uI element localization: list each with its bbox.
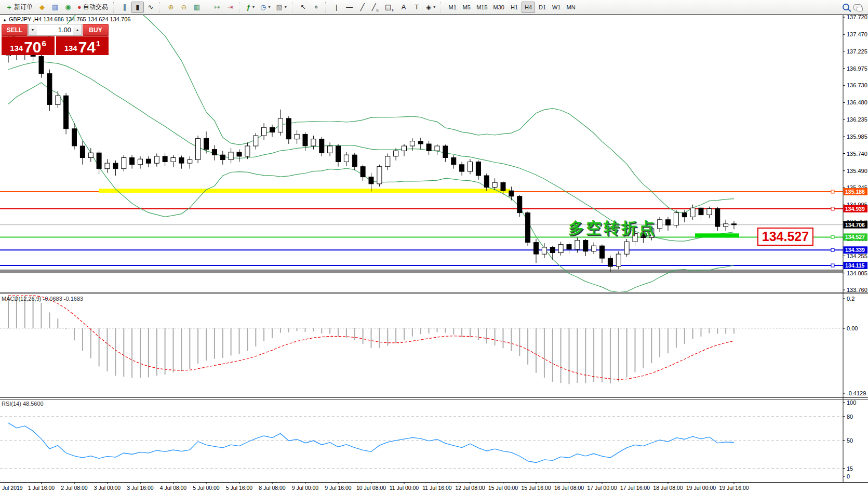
search-icon[interactable] — [843, 4, 849, 10]
market-watch-icon: ◆ — [39, 4, 45, 10]
svg-text:134.527: 134.527 — [845, 234, 865, 240]
arrows-button[interactable]: ◈▾ — [423, 2, 438, 13]
timeframe-m1-button[interactable]: M1 — [446, 2, 459, 13]
toolbar-separator — [440, 2, 443, 12]
timeframe-h1-button[interactable]: H1 — [508, 2, 521, 13]
svg-text:19 Jul 16:00: 19 Jul 16:00 — [719, 485, 749, 491]
vertical-line-button[interactable]: | — [330, 2, 343, 13]
templates-button[interactable]: ▧▾ — [273, 2, 289, 13]
svg-text:12 Jul 08:00: 12 Jul 08:00 — [455, 485, 485, 491]
tile-windows-button[interactable]: ▦ — [191, 2, 203, 13]
svg-text:Jul 2019: Jul 2019 — [2, 485, 23, 491]
volume-down-button[interactable]: ▼ — [29, 24, 37, 35]
horizontal-line-button[interactable]: — — [343, 2, 356, 13]
candlestick-icon: ▮ — [136, 4, 139, 10]
svg-text:5 Jul 00:00: 5 Jul 00:00 — [193, 485, 220, 491]
volume-input[interactable] — [37, 24, 73, 35]
sell-price-display[interactable]: 134706 — [2, 36, 55, 55]
svg-text:135.490: 135.490 — [847, 168, 867, 174]
svg-text:15 Jul 16:00: 15 Jul 16:00 — [521, 485, 551, 491]
svg-text:135.186: 135.186 — [845, 189, 865, 195]
crosshair-button[interactable]: ⌖ — [310, 2, 323, 13]
svg-text:5 Jul 16:00: 5 Jul 16:00 — [226, 485, 253, 491]
chat-icon[interactable] — [853, 4, 862, 10]
ohlc-text: GBPJPY-,H4 134.686 134.765 134.624 134.7… — [9, 16, 130, 22]
timeframe-m15-button[interactable]: M15 — [474, 2, 490, 13]
zoom-out-button[interactable]: ⊖ — [178, 2, 190, 13]
svg-text:136.235: 136.235 — [847, 116, 867, 123]
trendline-icon: ╱ — [360, 4, 365, 10]
svg-text:9 Jul 16:00: 9 Jul 16:00 — [325, 485, 352, 491]
candlestick-button[interactable]: ▮ — [131, 2, 144, 13]
text-label-button[interactable]: T — [410, 2, 423, 13]
timeframe-m5-button[interactable]: M5 — [460, 2, 473, 13]
chart-shift-button[interactable]: ⇥ — [224, 2, 236, 13]
svg-text:0.00: 0.00 — [847, 325, 858, 331]
svg-text:16 Jul 08:00: 16 Jul 08:00 — [554, 485, 584, 491]
toolbar-separator — [325, 2, 328, 12]
sell-price-prefix: 134 — [10, 44, 23, 52]
svg-text:18 Jul 08:00: 18 Jul 08:00 — [653, 485, 683, 491]
market-watch-button[interactable]: ◆ — [36, 2, 48, 13]
fibonacci-icon: ▤ — [385, 4, 391, 10]
turning-point-annotation[interactable]: 多空转折点 — [568, 218, 657, 239]
buy-button[interactable]: BUY — [83, 24, 109, 36]
text-button[interactable]: A — [397, 2, 410, 13]
line-chart-button[interactable]: ∿ — [144, 2, 157, 13]
svg-text:100: 100 — [847, 399, 856, 406]
chart-canvas[interactable]: 137.720137.470137.225136.975136.730136.4… — [0, 15, 868, 493]
svg-text:136.730: 136.730 — [847, 82, 867, 88]
trendline-button[interactable]: ╱ — [356, 2, 369, 13]
toolbar-right — [843, 4, 865, 10]
svg-text:-0.4129: -0.4129 — [847, 390, 866, 396]
autotrade-button-label: 自动交易 — [83, 3, 108, 11]
timeframe-d1-button[interactable]: D1 — [536, 2, 549, 13]
timeframe-m30-button[interactable]: M30 — [491, 2, 507, 13]
indicators-button[interactable]: ƒ▾ — [244, 2, 257, 13]
navigator-button[interactable]: ◉ — [62, 2, 74, 13]
timeframe-h4-button[interactable]: H4 — [522, 2, 535, 13]
svg-text:17 Jul 16:00: 17 Jul 16:00 — [620, 485, 650, 491]
svg-text:0.2: 0.2 — [847, 296, 854, 302]
sell-button[interactable]: SELL — [2, 24, 28, 36]
toolbar-separator — [239, 2, 242, 12]
bar-chart-button[interactable]: ∥ — [118, 2, 131, 13]
buy-price-display[interactable]: 134741 — [56, 36, 109, 55]
price-callout-label[interactable]: 134.527 — [757, 228, 813, 246]
collapse-icon[interactable]: ▲ — [3, 18, 7, 22]
auto-scroll-icon: ↦ — [214, 4, 220, 10]
cursor-icon: ↖ — [300, 4, 306, 10]
chart-info-bar: ▲GBPJPY-,H4 134.686 134.765 134.624 134.… — [3, 16, 130, 22]
auto-scroll-button[interactable]: ↦ — [211, 2, 223, 13]
text-icon: A — [402, 4, 406, 10]
new-order-button[interactable]: ＋新订单 — [3, 2, 35, 13]
volume-up-button[interactable]: ▲ — [73, 24, 82, 35]
toolbar-separator — [113, 2, 116, 12]
svg-text:137.470: 137.470 — [847, 31, 867, 37]
periods-button[interactable]: ◷▾ — [258, 2, 273, 13]
autotrade-button[interactable]: ●自动交易 — [75, 2, 111, 13]
svg-text:9 Jul 00:00: 9 Jul 00:00 — [292, 485, 319, 491]
timeframe-w1-button[interactable]: W1 — [550, 2, 564, 13]
zoom-in-button[interactable]: ⊕ — [165, 2, 177, 13]
timeframe-mn-button[interactable]: MN — [564, 2, 578, 13]
svg-text:134.939: 134.939 — [845, 206, 865, 212]
new-order-button-label: 新订单 — [14, 3, 33, 11]
svg-text:136.480: 136.480 — [847, 99, 867, 105]
volume-box: ▼ ▲ — [28, 24, 82, 36]
bar-chart-icon: ∥ — [123, 4, 127, 10]
svg-text:4 Jul 08:00: 4 Jul 08:00 — [160, 485, 187, 491]
chevron-down-icon: ▾ — [268, 5, 270, 9]
channel-button[interactable]: ╱E — [369, 2, 382, 13]
svg-text:137.720: 137.720 — [847, 15, 867, 20]
channel-icon: ╱ — [372, 4, 376, 10]
data-window-button[interactable]: ▦ — [49, 2, 61, 13]
periods-icon: ◷ — [260, 4, 266, 10]
cursor-button[interactable]: ↖ — [297, 2, 310, 13]
crosshair-icon: ⌖ — [314, 4, 318, 10]
svg-text:15 Jul 00:00: 15 Jul 00:00 — [488, 485, 518, 491]
indicators-icon: ƒ — [247, 4, 250, 10]
svg-text:11 Jul 16:00: 11 Jul 16:00 — [422, 485, 452, 491]
rsi-indicator-label: RSI(14) 48.5600 — [2, 401, 44, 407]
fibonacci-button[interactable]: ▤F — [382, 2, 397, 13]
